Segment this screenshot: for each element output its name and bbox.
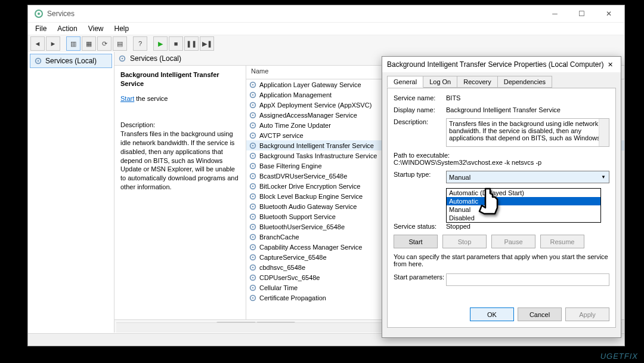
apply-button: Apply — [565, 307, 609, 321]
label-start-params: Start parameters: — [394, 273, 446, 281]
start-service-button[interactable]: ▶ — [153, 36, 168, 51]
gear-icon — [249, 263, 257, 272]
svg-point-49 — [252, 297, 254, 299]
back-button[interactable]: ◄ — [30, 36, 45, 51]
gear-icon — [249, 294, 257, 302]
close-button[interactable]: ✕ — [595, 5, 622, 22]
value-service-status: Stopped — [446, 223, 609, 230]
service-name: Cellular Time — [259, 284, 393, 291]
tab-general[interactable]: General — [387, 76, 423, 88]
content-title: Services (Local) — [130, 54, 181, 63]
option-automatic[interactable]: Automatic — [447, 197, 600, 205]
help-button[interactable]: ? — [133, 36, 147, 51]
service-name: BluetoothUserService_6548e — [259, 223, 393, 230]
dialog-close-button[interactable]: ✕ — [604, 61, 616, 69]
svg-point-37 — [252, 236, 254, 238]
startup-type-dropdown[interactable]: Manual ▼ — [446, 171, 609, 183]
cancel-button[interactable]: Cancel — [518, 307, 562, 321]
menu-action[interactable]: Action — [52, 23, 82, 34]
dialog-titlebar: Background Intelligent Transfer Service … — [382, 57, 621, 72]
service-name: Capability Access Manager Service — [259, 244, 393, 251]
gear-icon — [34, 57, 42, 65]
service-name: BcastDVRUserService_6548e — [259, 173, 393, 180]
value-service-name: BITS — [446, 94, 609, 101]
show-hide-tree-button[interactable]: ▥ — [66, 36, 80, 51]
service-name: cbdhsvc_6548e — [259, 264, 393, 271]
svg-point-17 — [252, 134, 254, 136]
start-button[interactable]: Start — [394, 235, 438, 248]
svg-point-25 — [252, 175, 254, 177]
nav-tree: Services (Local) — [28, 52, 114, 333]
svg-point-45 — [252, 276, 254, 278]
value-display-name: Background Intelligent Transfer Service — [446, 106, 609, 113]
desc-scrollbar[interactable] — [599, 119, 609, 146]
gear-icon — [118, 54, 126, 63]
tab-logon[interactable]: Log On — [423, 76, 457, 88]
export-button[interactable]: ▤ — [113, 36, 127, 51]
svg-point-29 — [252, 195, 254, 197]
pause-service-button[interactable]: ❚❚ — [184, 36, 199, 51]
gear-icon — [249, 91, 257, 99]
gear-icon — [249, 131, 257, 140]
service-name: Application Layer Gateway Service — [259, 81, 393, 88]
ok-button[interactable]: OK — [470, 307, 514, 321]
description-box[interactable]: Transfers files in the background using … — [446, 118, 609, 147]
start-link[interactable]: Start — [120, 95, 134, 102]
desc-heading: Description: — [120, 121, 240, 130]
nav-services-local[interactable]: Services (Local) — [30, 54, 112, 68]
restart-service-button[interactable]: ▶❚ — [200, 36, 214, 51]
svg-point-43 — [252, 266, 254, 268]
service-name: Base Filtering Engine — [259, 162, 393, 170]
forward-button[interactable]: ► — [46, 36, 60, 51]
svg-point-31 — [252, 205, 254, 207]
option-manual[interactable]: Manual — [447, 205, 600, 214]
gear-icon — [249, 192, 257, 201]
gear-icon — [249, 182, 257, 190]
hint-text: You can specify the start parameters tha… — [394, 253, 609, 267]
tab-recovery[interactable]: Recovery — [457, 76, 497, 88]
gear-icon — [249, 243, 257, 251]
properties-button[interactable]: ▦ — [82, 36, 96, 51]
svg-point-33 — [252, 216, 254, 217]
stop-button: Stop — [442, 235, 487, 248]
gear-icon — [249, 81, 257, 89]
startup-type-options: Automatic (Delayed Start) Automatic Manu… — [446, 188, 601, 223]
service-name: BitLocker Drive Encryption Service — [259, 183, 393, 190]
label-description: Description: — [394, 118, 446, 125]
nav-label: Services (Local) — [45, 57, 97, 65]
menu-help[interactable]: Help — [110, 23, 134, 34]
menu-view[interactable]: View — [83, 23, 109, 34]
service-name: AVCTP service — [259, 132, 393, 139]
menubar: File Action View Help — [28, 23, 624, 35]
window-title: Services — [47, 10, 541, 18]
gear-icon — [249, 101, 257, 109]
detail-pane: Background Intelligent Transfer Service … — [114, 66, 246, 319]
stop-service-button[interactable]: ■ — [169, 36, 183, 51]
gear-icon — [249, 284, 257, 292]
detail-service-name: Background Intelligent Transfer Service — [120, 70, 240, 88]
gear-icon — [249, 152, 257, 160]
toolbar: ◄ ► ▥ ▦ ⟳ ▤ ? ▶ ■ ❚❚ ▶❚ — [28, 35, 624, 53]
option-auto-delayed[interactable]: Automatic (Delayed Start) — [447, 189, 600, 197]
maximize-button[interactable]: ☐ — [568, 5, 595, 22]
svg-point-11 — [252, 104, 254, 106]
svg-point-9 — [252, 94, 254, 96]
gear-icon — [249, 111, 257, 119]
value-path: C:\WINDOWS\System32\svchost.exe -k netsv… — [394, 159, 609, 166]
service-name: CaptureService_6548e — [259, 254, 393, 261]
start-params-input[interactable] — [446, 273, 609, 286]
service-name: BranchCache — [259, 233, 393, 241]
svg-point-1 — [38, 13, 40, 15]
col-name[interactable]: Name — [246, 66, 394, 79]
option-disabled[interactable]: Disabled — [447, 214, 600, 222]
refresh-button[interactable]: ⟳ — [97, 36, 112, 51]
label-path: Path to executable: — [394, 152, 609, 159]
svg-point-23 — [252, 165, 254, 167]
minimize-button[interactable]: ─ — [541, 5, 568, 22]
svg-point-19 — [252, 144, 254, 146]
gear-icon — [249, 162, 257, 170]
tab-dependencies[interactable]: Dependencies — [497, 76, 552, 88]
menu-file[interactable]: File — [30, 23, 51, 34]
label-service-name: Service name: — [394, 94, 446, 101]
svg-point-47 — [252, 287, 254, 288]
